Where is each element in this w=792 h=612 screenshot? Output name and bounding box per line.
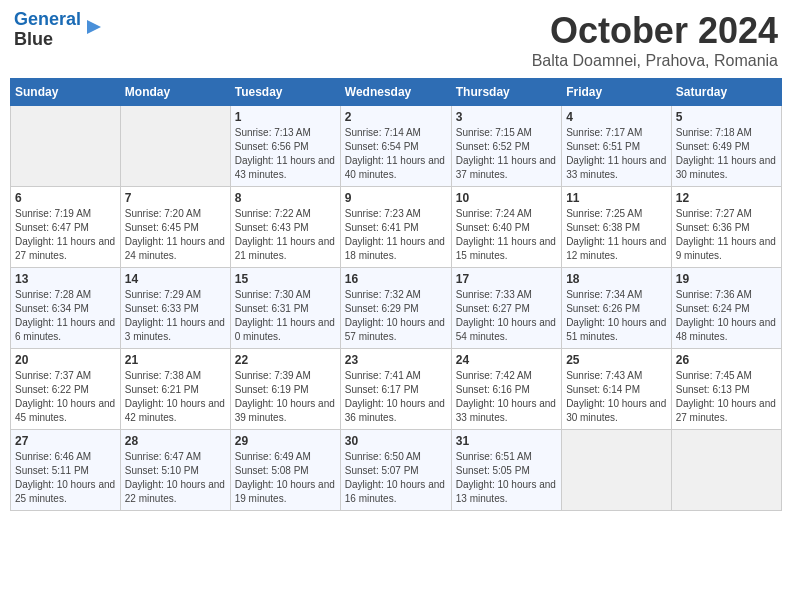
day-number: 5 <box>676 110 777 124</box>
calendar-cell: 4Sunrise: 7:17 AM Sunset: 6:51 PM Daylig… <box>562 106 672 187</box>
day-number: 25 <box>566 353 667 367</box>
calendar-cell: 10Sunrise: 7:24 AM Sunset: 6:40 PM Dayli… <box>451 187 561 268</box>
calendar-cell: 17Sunrise: 7:33 AM Sunset: 6:27 PM Dayli… <box>451 268 561 349</box>
day-number: 19 <box>676 272 777 286</box>
calendar-cell: 8Sunrise: 7:22 AM Sunset: 6:43 PM Daylig… <box>230 187 340 268</box>
day-info: Sunrise: 7:45 AM Sunset: 6:13 PM Dayligh… <box>676 369 777 425</box>
day-info: Sunrise: 7:22 AM Sunset: 6:43 PM Dayligh… <box>235 207 336 263</box>
calendar-cell: 3Sunrise: 7:15 AM Sunset: 6:52 PM Daylig… <box>451 106 561 187</box>
day-number: 7 <box>125 191 226 205</box>
calendar-cell: 9Sunrise: 7:23 AM Sunset: 6:41 PM Daylig… <box>340 187 451 268</box>
day-number: 27 <box>15 434 116 448</box>
day-info: Sunrise: 6:49 AM Sunset: 5:08 PM Dayligh… <box>235 450 336 506</box>
day-number: 9 <box>345 191 447 205</box>
day-number: 14 <box>125 272 226 286</box>
day-number: 8 <box>235 191 336 205</box>
weekday-header-sunday: Sunday <box>11 79 121 106</box>
day-number: 20 <box>15 353 116 367</box>
day-info: Sunrise: 7:27 AM Sunset: 6:36 PM Dayligh… <box>676 207 777 263</box>
day-info: Sunrise: 7:17 AM Sunset: 6:51 PM Dayligh… <box>566 126 667 182</box>
logo-text: GeneralBlue <box>14 10 81 50</box>
day-info: Sunrise: 7:34 AM Sunset: 6:26 PM Dayligh… <box>566 288 667 344</box>
day-info: Sunrise: 7:30 AM Sunset: 6:31 PM Dayligh… <box>235 288 336 344</box>
day-number: 22 <box>235 353 336 367</box>
calendar-cell: 20Sunrise: 7:37 AM Sunset: 6:22 PM Dayli… <box>11 349 121 430</box>
day-info: Sunrise: 7:39 AM Sunset: 6:19 PM Dayligh… <box>235 369 336 425</box>
calendar-cell: 28Sunrise: 6:47 AM Sunset: 5:10 PM Dayli… <box>120 430 230 511</box>
calendar-cell: 11Sunrise: 7:25 AM Sunset: 6:38 PM Dayli… <box>562 187 672 268</box>
day-info: Sunrise: 6:50 AM Sunset: 5:07 PM Dayligh… <box>345 450 447 506</box>
calendar-week-3: 13Sunrise: 7:28 AM Sunset: 6:34 PM Dayli… <box>11 268 782 349</box>
day-info: Sunrise: 7:42 AM Sunset: 6:16 PM Dayligh… <box>456 369 557 425</box>
day-number: 1 <box>235 110 336 124</box>
logo: GeneralBlue <box>14 10 105 50</box>
day-info: Sunrise: 7:29 AM Sunset: 6:33 PM Dayligh… <box>125 288 226 344</box>
day-info: Sunrise: 7:15 AM Sunset: 6:52 PM Dayligh… <box>456 126 557 182</box>
svg-marker-0 <box>87 20 101 34</box>
calendar-cell: 16Sunrise: 7:32 AM Sunset: 6:29 PM Dayli… <box>340 268 451 349</box>
calendar-cell: 22Sunrise: 7:39 AM Sunset: 6:19 PM Dayli… <box>230 349 340 430</box>
day-info: Sunrise: 7:32 AM Sunset: 6:29 PM Dayligh… <box>345 288 447 344</box>
day-number: 4 <box>566 110 667 124</box>
weekday-header-friday: Friday <box>562 79 672 106</box>
day-number: 6 <box>15 191 116 205</box>
day-number: 13 <box>15 272 116 286</box>
day-info: Sunrise: 6:46 AM Sunset: 5:11 PM Dayligh… <box>15 450 116 506</box>
day-number: 11 <box>566 191 667 205</box>
weekday-header-wednesday: Wednesday <box>340 79 451 106</box>
calendar-cell: 24Sunrise: 7:42 AM Sunset: 6:16 PM Dayli… <box>451 349 561 430</box>
calendar-table: SundayMondayTuesdayWednesdayThursdayFrid… <box>10 78 782 511</box>
day-number: 18 <box>566 272 667 286</box>
day-number: 21 <box>125 353 226 367</box>
day-number: 3 <box>456 110 557 124</box>
calendar-cell: 13Sunrise: 7:28 AM Sunset: 6:34 PM Dayli… <box>11 268 121 349</box>
month-title: October 2024 <box>532 10 778 52</box>
day-number: 16 <box>345 272 447 286</box>
calendar-cell: 1Sunrise: 7:13 AM Sunset: 6:56 PM Daylig… <box>230 106 340 187</box>
calendar-cell: 7Sunrise: 7:20 AM Sunset: 6:45 PM Daylig… <box>120 187 230 268</box>
day-info: Sunrise: 7:14 AM Sunset: 6:54 PM Dayligh… <box>345 126 447 182</box>
calendar-cell: 14Sunrise: 7:29 AM Sunset: 6:33 PM Dayli… <box>120 268 230 349</box>
day-info: Sunrise: 7:33 AM Sunset: 6:27 PM Dayligh… <box>456 288 557 344</box>
calendar-cell: 23Sunrise: 7:41 AM Sunset: 6:17 PM Dayli… <box>340 349 451 430</box>
calendar-cell <box>671 430 781 511</box>
day-info: Sunrise: 7:18 AM Sunset: 6:49 PM Dayligh… <box>676 126 777 182</box>
day-info: Sunrise: 7:36 AM Sunset: 6:24 PM Dayligh… <box>676 288 777 344</box>
weekday-header-monday: Monday <box>120 79 230 106</box>
day-info: Sunrise: 7:20 AM Sunset: 6:45 PM Dayligh… <box>125 207 226 263</box>
calendar-cell <box>562 430 672 511</box>
day-number: 2 <box>345 110 447 124</box>
day-info: Sunrise: 7:38 AM Sunset: 6:21 PM Dayligh… <box>125 369 226 425</box>
day-number: 15 <box>235 272 336 286</box>
day-info: Sunrise: 7:24 AM Sunset: 6:40 PM Dayligh… <box>456 207 557 263</box>
calendar-cell: 21Sunrise: 7:38 AM Sunset: 6:21 PM Dayli… <box>120 349 230 430</box>
calendar-week-1: 1Sunrise: 7:13 AM Sunset: 6:56 PM Daylig… <box>11 106 782 187</box>
day-info: Sunrise: 7:41 AM Sunset: 6:17 PM Dayligh… <box>345 369 447 425</box>
day-number: 10 <box>456 191 557 205</box>
day-number: 12 <box>676 191 777 205</box>
day-info: Sunrise: 7:13 AM Sunset: 6:56 PM Dayligh… <box>235 126 336 182</box>
logo-arrow-icon <box>83 16 105 38</box>
calendar-cell <box>11 106 121 187</box>
calendar-week-5: 27Sunrise: 6:46 AM Sunset: 5:11 PM Dayli… <box>11 430 782 511</box>
day-number: 30 <box>345 434 447 448</box>
calendar-cell: 5Sunrise: 7:18 AM Sunset: 6:49 PM Daylig… <box>671 106 781 187</box>
weekday-header-tuesday: Tuesday <box>230 79 340 106</box>
weekday-header-thursday: Thursday <box>451 79 561 106</box>
calendar-cell <box>120 106 230 187</box>
page-header: GeneralBlue October 2024 Balta Doamnei, … <box>10 10 782 70</box>
calendar-cell: 25Sunrise: 7:43 AM Sunset: 6:14 PM Dayli… <box>562 349 672 430</box>
day-number: 29 <box>235 434 336 448</box>
location-text: Balta Doamnei, Prahova, Romania <box>532 52 778 70</box>
calendar-cell: 31Sunrise: 6:51 AM Sunset: 5:05 PM Dayli… <box>451 430 561 511</box>
day-number: 26 <box>676 353 777 367</box>
day-info: Sunrise: 7:43 AM Sunset: 6:14 PM Dayligh… <box>566 369 667 425</box>
calendar-week-2: 6Sunrise: 7:19 AM Sunset: 6:47 PM Daylig… <box>11 187 782 268</box>
day-info: Sunrise: 6:47 AM Sunset: 5:10 PM Dayligh… <box>125 450 226 506</box>
weekday-header-saturday: Saturday <box>671 79 781 106</box>
calendar-cell: 29Sunrise: 6:49 AM Sunset: 5:08 PM Dayli… <box>230 430 340 511</box>
day-number: 23 <box>345 353 447 367</box>
calendar-cell: 19Sunrise: 7:36 AM Sunset: 6:24 PM Dayli… <box>671 268 781 349</box>
calendar-cell: 18Sunrise: 7:34 AM Sunset: 6:26 PM Dayli… <box>562 268 672 349</box>
day-info: Sunrise: 6:51 AM Sunset: 5:05 PM Dayligh… <box>456 450 557 506</box>
